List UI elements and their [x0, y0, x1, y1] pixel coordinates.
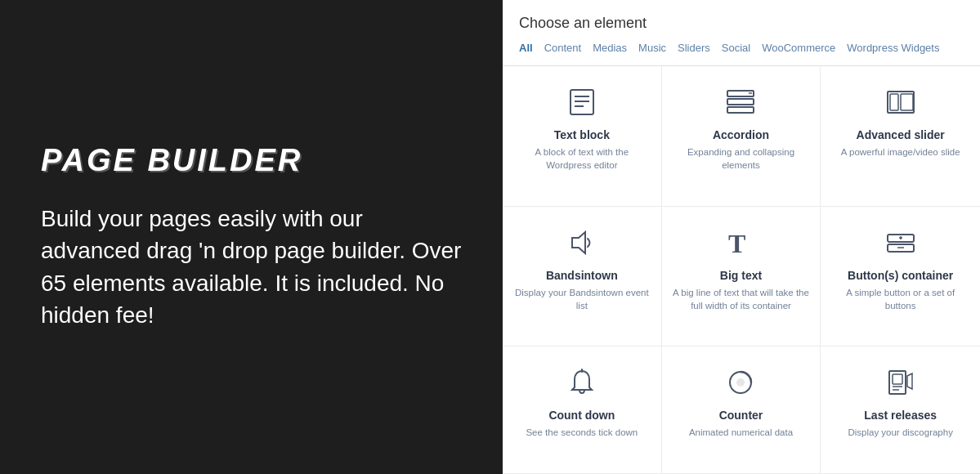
filter-tab-social[interactable]: Social — [722, 42, 750, 54]
counter-icon — [723, 364, 758, 400]
filter-tab-music[interactable]: Music — [638, 42, 666, 54]
svg-text:T: T — [728, 229, 745, 257]
advanced-slider-name: Advanced slider — [857, 128, 945, 141]
svg-rect-9 — [890, 94, 898, 110]
element-count-down[interactable]: Count down See the seconds tick down — [503, 347, 662, 474]
buttons-container-name: Button(s) container — [848, 269, 953, 282]
page-builder-title: Page Builder — [41, 143, 462, 178]
svg-rect-10 — [901, 94, 913, 110]
element-big-text[interactable]: T Big text A big line of text that will … — [662, 207, 821, 347]
accordion-icon — [723, 84, 758, 120]
panel-header: Choose an element All Content Medias Mus… — [503, 0, 980, 66]
svg-rect-22 — [893, 374, 902, 384]
buttons-container-icon — [883, 225, 919, 261]
advanced-slider-icon — [883, 84, 919, 120]
left-description: Build your pages easily with our advance… — [41, 203, 462, 331]
elements-grid: Text block A block of text with the Word… — [503, 66, 980, 474]
left-panel: Page Builder Build your pages easily wit… — [0, 0, 503, 474]
svg-point-20 — [736, 378, 745, 387]
element-text-block[interactable]: Text block A block of text with the Word… — [503, 66, 662, 207]
last-releases-name: Last releases — [864, 409, 937, 422]
last-releases-desc: Display your discography — [848, 426, 952, 439]
filter-tab-content[interactable]: Content — [544, 42, 582, 54]
filter-tab-medias[interactable]: Medias — [593, 42, 627, 54]
count-down-icon — [564, 364, 600, 400]
counter-desc: Animated numerical data — [689, 426, 793, 439]
svg-marker-11 — [572, 232, 585, 253]
bandsintown-desc: Display your Bandsintown event list — [512, 286, 651, 312]
count-down-name: Count down — [548, 409, 615, 422]
svg-rect-6 — [727, 107, 754, 113]
big-text-name: Big text — [720, 269, 762, 282]
filter-tab-wordpress-widgets[interactable]: Wordpress Widgets — [847, 42, 939, 54]
element-counter[interactable]: Counter Animated numerical data — [662, 347, 821, 474]
filter-tab-woocommerce[interactable]: WooCommerce — [762, 42, 835, 54]
advanced-slider-desc: A powerful image/video slide — [841, 145, 960, 159]
element-last-releases[interactable]: Last releases Display your discography — [821, 347, 980, 474]
element-buttons-container[interactable]: Button(s) container A simple button or a… — [821, 207, 980, 347]
right-panel: Choose an element All Content Medias Mus… — [503, 0, 980, 474]
element-advanced-slider[interactable]: Advanced slider A powerful image/video s… — [821, 66, 980, 207]
text-block-name: Text block — [554, 128, 610, 141]
buttons-container-desc: A simple button or a set of buttons — [830, 286, 970, 312]
bandsintown-icon — [564, 225, 600, 261]
accordion-desc: Expanding and collapsing elements — [672, 145, 811, 172]
accordion-name: Accordion — [713, 128, 769, 141]
bandsintown-name: Bandsintown — [546, 269, 618, 282]
text-block-desc: A block of text with the Wordpress edito… — [512, 145, 651, 172]
svg-rect-5 — [727, 99, 754, 105]
filter-tabs: All Content Medias Music Sliders Social … — [519, 42, 964, 54]
last-releases-icon — [883, 364, 919, 400]
big-text-icon: T — [723, 225, 758, 261]
element-bandsintown[interactable]: Bandsintown Display your Bandsintown eve… — [503, 207, 662, 347]
filter-tab-sliders[interactable]: Sliders — [678, 42, 710, 54]
counter-name: Counter — [719, 409, 763, 422]
count-down-desc: See the seconds tick down — [526, 426, 638, 439]
big-text-desc: A big line of text that will take the fu… — [672, 286, 811, 312]
filter-tab-all[interactable]: All — [519, 42, 533, 54]
panel-title: Choose an element — [519, 15, 964, 32]
element-accordion[interactable]: Accordion Expanding and collapsing eleme… — [662, 66, 821, 207]
text-block-icon — [564, 84, 600, 120]
